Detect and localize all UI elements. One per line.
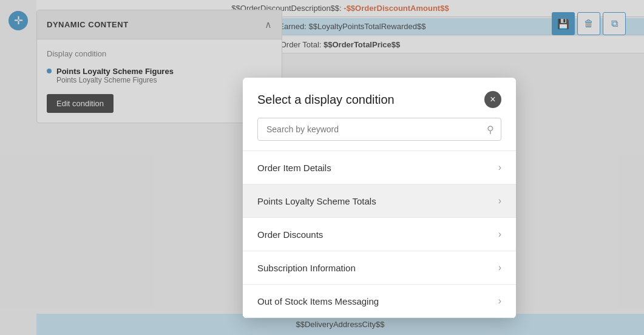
modal-close-button[interactable]: × bbox=[484, 91, 501, 108]
modal-item-label: Order Discounts bbox=[257, 229, 323, 240]
search-icon: ⚲ bbox=[487, 124, 494, 135]
modal-header: Select a display condition × bbox=[243, 78, 516, 118]
modal-list-item[interactable]: Points Loyalty Scheme Totals › bbox=[243, 184, 516, 218]
chevron-right-icon: › bbox=[498, 296, 501, 306]
modal-list-item[interactable]: Subscription Information › bbox=[243, 251, 516, 285]
chevron-right-icon: › bbox=[498, 195, 501, 206]
modal-title: Select a display condition bbox=[257, 93, 395, 107]
close-icon: × bbox=[490, 95, 495, 104]
chevron-right-icon: › bbox=[498, 229, 501, 240]
modal-list-item[interactable]: Order Item Details › bbox=[243, 151, 516, 184]
modal-item-label: Points Loyalty Scheme Totals bbox=[257, 196, 376, 206]
modal-list-item[interactable]: Order Discounts › bbox=[243, 218, 516, 251]
chevron-right-icon: › bbox=[498, 162, 501, 173]
modal-list: Order Item Details › Points Loyalty Sche… bbox=[243, 151, 516, 318]
modal-search: ⚲ bbox=[257, 118, 501, 141]
modal-item-label: Order Item Details bbox=[257, 163, 331, 173]
modal-item-label: Subscription Information bbox=[257, 263, 356, 273]
modal-dialog: Select a display condition × ⚲ Order Ite… bbox=[243, 78, 516, 318]
modal-list-item[interactable]: Out of Stock Items Messaging › bbox=[243, 285, 516, 318]
chevron-right-icon: › bbox=[498, 262, 501, 273]
search-input[interactable] bbox=[257, 118, 501, 141]
modal-item-label: Out of Stock Items Messaging bbox=[257, 296, 379, 306]
